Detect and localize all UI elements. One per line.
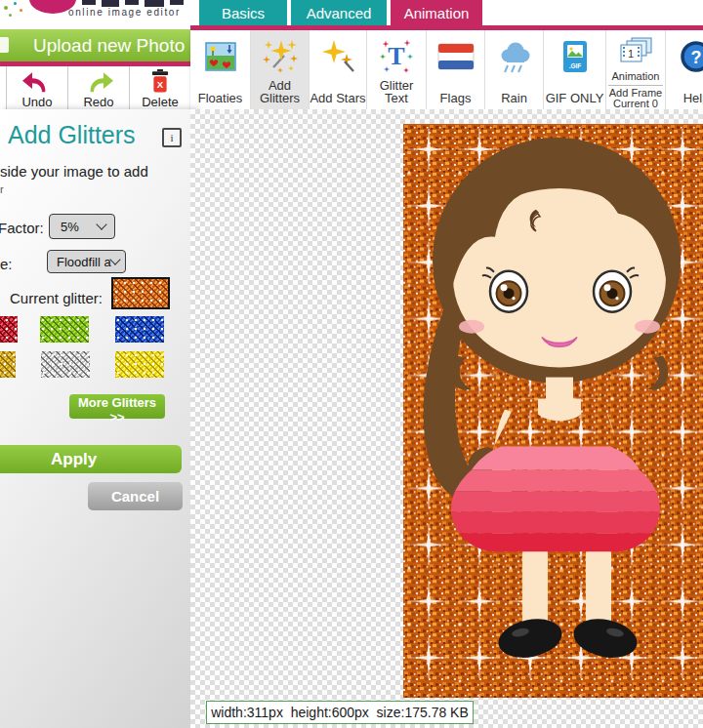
add-glitters-icon [261, 37, 300, 76]
panel-title: Add Glitters [8, 121, 136, 149]
logo-letter-fragment [82, 0, 96, 5]
undo-button[interactable]: Undo [6, 66, 67, 109]
svg-text:X: X [157, 79, 164, 90]
help-icon: ? [679, 39, 703, 74]
svg-text:1: 1 [628, 48, 634, 60]
add-frame-button[interactable]: Add Frame Current 0 [608, 85, 663, 109]
toolbar-add-stars[interactable]: Add Stars [310, 30, 367, 109]
upload-new-photo-button[interactable]: Upload new Photo [0, 29, 190, 61]
confetti-dot [14, 2, 17, 5]
tab-basics[interactable]: Basics [199, 0, 287, 25]
add-glitters-panel: Add Glitters i side your image to add r … [0, 109, 195, 728]
toolbar-glitter-text[interactable]: T Glitter Text [367, 30, 427, 109]
undo-label: Undo [21, 95, 52, 109]
rain-icon [495, 38, 534, 75]
chevron-down-icon [96, 219, 106, 229]
toolbar-gif-only[interactable]: .GIF GIF ONLY [544, 30, 606, 109]
image-status-bar: width:311px height:600px size:175.78 KB [206, 701, 474, 724]
toolbar-animation[interactable]: 1 Animation Add Frame Current 0 [606, 30, 666, 109]
tab-advanced[interactable]: Advanced [291, 0, 387, 25]
toolbar-help[interactable]: ? Help [666, 30, 703, 109]
editor-canvas: width:311px height:600px size:175.78 KB [190, 109, 703, 728]
glitter-swatch-yellow[interactable] [115, 351, 164, 378]
glitter-swatch-red[interactable] [0, 316, 18, 343]
tab-bar: Basics Advanced Animation [190, 0, 703, 25]
toolbar-rain[interactable]: Rain [485, 30, 544, 109]
current-glitter-swatch[interactable] [111, 277, 170, 309]
brand-tagline: online image editor [68, 7, 181, 18]
glitter-text-icon: T [379, 38, 414, 75]
more-glitters-button[interactable]: More Glitters >> [69, 394, 165, 419]
logo-letter-fragment [125, 0, 139, 5]
delete-label: Delete [142, 95, 179, 109]
mode-select[interactable]: Floodfill a [47, 250, 126, 273]
flags-icon [436, 43, 476, 70]
factor-label: Factor: [0, 220, 44, 236]
redo-button[interactable]: Redo [67, 66, 129, 109]
mode-label: e: [0, 256, 13, 272]
glitter-swatch-green[interactable] [40, 316, 89, 343]
undo-arrow-icon [20, 69, 55, 94]
cancel-button[interactable]: Cancel [88, 482, 183, 510]
svg-text:?: ? [691, 48, 702, 67]
svg-text:.GIF: .GIF [568, 62, 581, 69]
panel-hint-fragment: r [0, 183, 4, 195]
upload-label: Upload new Photo [33, 35, 185, 57]
glitter-swatch-gold[interactable] [0, 351, 16, 378]
animation-frames-icon: 1 [616, 37, 655, 68]
gif-file-icon: .GIF [558, 38, 593, 75]
current-glitter-label: Current glitter: [10, 290, 103, 306]
logo-letter-fragment [102, 0, 119, 7]
toolbar-flags[interactable]: Flags [427, 30, 485, 109]
info-icon[interactable]: i [162, 128, 182, 147]
animation-toolbar: Floaties Add Glitters Add Stars [190, 30, 703, 110]
toolbar-floaties[interactable]: Floaties [190, 30, 251, 109]
confetti-dot [4, 6, 8, 10]
image-status-text: width:311px height:600px size:175.78 KB [211, 705, 469, 720]
photo-girl-glitter-image[interactable] [403, 124, 703, 698]
logo-letter-fragment [145, 0, 164, 7]
tab-animation[interactable]: Animation [391, 0, 482, 25]
brand-logo-area: online image editor [0, 0, 190, 29]
logo-letter-fragment [170, 0, 184, 5]
glitter-swatch-blue[interactable] [115, 316, 164, 343]
factor-select[interactable]: 5% [49, 214, 115, 239]
delete-button[interactable]: X Delete [129, 66, 190, 109]
toolbar-add-glitters[interactable]: Add Glitters [251, 30, 310, 109]
confetti-dot [9, 14, 12, 17]
add-stars-icon [318, 37, 357, 76]
trash-icon: X [147, 69, 173, 94]
panel-hint-text: side your image to add [0, 163, 148, 180]
edit-actions-row: Undo Redo X Delete [0, 66, 190, 109]
glitter-swatch-silver[interactable] [41, 351, 90, 378]
floaties-icon [203, 39, 238, 74]
apply-button[interactable]: Apply [0, 445, 182, 473]
redo-label: Redo [83, 95, 113, 109]
app-window: online image editor Basics Advanced Anim… [0, 0, 703, 728]
svg-text:T: T [388, 42, 404, 70]
redo-arrow-icon [81, 69, 116, 94]
upload-icon [0, 37, 9, 53]
confetti-dot [20, 9, 22, 12]
